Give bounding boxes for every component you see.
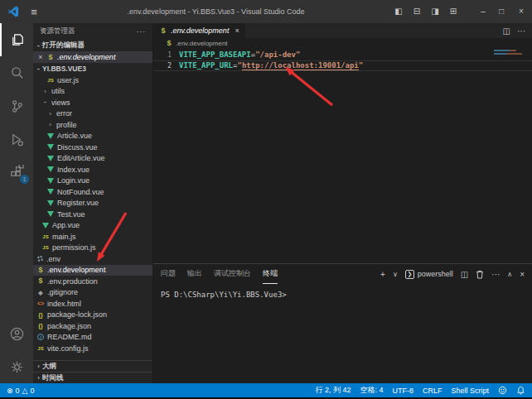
tree-item-Article.vue[interactable]: Article.vue [33, 131, 152, 142]
problems-status[interactable]: ⊗ 0 △ 0 [7, 387, 35, 395]
close-tab-icon[interactable]: × [235, 26, 239, 35]
panel-more-actions-icon[interactable]: ··· [491, 270, 500, 279]
panel-tab-终端[interactable]: 终端 [263, 264, 278, 284]
code-editor[interactable]: 1VITE_APP_BASEAPI="/api-dev"2VITE_APP_UR… [153, 48, 532, 263]
tree-item-profile[interactable]: ›profile [33, 119, 152, 131]
run-debug-icon[interactable] [0, 123, 33, 156]
encoding-status[interactable]: UTF-8 [392, 387, 414, 395]
tree-item-user.js[interactable]: JSuser.js [33, 75, 152, 86]
tree-item-label: Article.vue [57, 132, 92, 140]
menu-icon[interactable]: ≡ [26, 6, 42, 18]
tree-item-label: Index.vue [57, 166, 89, 174]
panel-tab-输出[interactable]: 输出 [187, 264, 202, 284]
tree-item-permission.js[interactable]: JSpermission.js [33, 243, 152, 254]
tree-item-.gitignore[interactable]: ◆.gitignore [33, 287, 152, 299]
errors-icon: ⊗ [7, 387, 13, 395]
toggle-secondary-sidebar-icon[interactable]: ◨ [426, 0, 444, 23]
tree-item-utils[interactable]: ›utils [33, 86, 152, 98]
tree-item-views[interactable]: ›views [33, 97, 152, 108]
minimize-button[interactable]: – [474, 0, 492, 23]
toggle-panel-icon[interactable]: ⊟ [408, 0, 426, 23]
tree-item-label: README.md [47, 333, 92, 341]
tab-env-development[interactable]: $ .env.development × [153, 23, 245, 38]
open-editors-section[interactable]: › 打开的编辑器 [33, 40, 152, 51]
source-control-icon[interactable] [0, 89, 33, 123]
tree-item-vite.config.js[interactable]: JSvite.config.js [33, 343, 152, 354]
tree-item-Index.vue[interactable]: Index.vue [33, 164, 152, 175]
eol-status[interactable]: CRLF [423, 387, 443, 395]
dollar-file-icon: $ [36, 277, 45, 285]
open-editors-label: 打开的编辑器 [42, 41, 85, 50]
tree-item-.env[interactable]: .env [33, 253, 152, 265]
quote: " [296, 50, 300, 59]
notifications-bell-icon[interactable] [516, 386, 525, 395]
tab-label: .env.development [171, 26, 229, 35]
tree-item-Discuss.vue[interactable]: Discuss.vue [33, 142, 152, 153]
kill-terminal-icon[interactable] [476, 270, 484, 279]
indentation-status[interactable]: 空格: 4 [360, 385, 383, 396]
outline-section[interactable]: › 大纲 [33, 360, 152, 372]
maximize-button[interactable]: □ [492, 0, 510, 23]
timeline-section[interactable]: › 时间线 [33, 372, 152, 383]
vue-file-icon [47, 156, 54, 161]
terminal-profile[interactable]: ❯ powershell [405, 270, 453, 279]
new-terminal-icon[interactable]: + [380, 270, 385, 279]
code-line-1[interactable]: 1VITE_APP_BASEAPI="/api-dev" [153, 49, 532, 60]
tree-item-package-lock.json[interactable]: {}package-lock.json [33, 310, 152, 321]
project-root-folder[interactable]: › YI.BBS.VUE3 [33, 63, 152, 75]
close-panel-icon[interactable]: × [520, 270, 525, 279]
warnings-icon: △ [22, 387, 28, 395]
tree-item-Login.vue[interactable]: Login.vue [33, 175, 152, 187]
tree-item-.env.development[interactable]: $.env.development [33, 265, 152, 276]
toggle-sidebar-icon[interactable]: ◧ [389, 0, 408, 23]
account-icon[interactable] [0, 317, 33, 350]
js-file-icon: JS [41, 234, 50, 239]
search-icon[interactable] [0, 56, 33, 89]
shell-file-icon: $ [46, 54, 55, 61]
editor-more-actions-icon[interactable]: ··· [517, 26, 525, 36]
close-editor-icon[interactable]: × [36, 53, 45, 61]
chevron-right-icon: › [46, 110, 54, 118]
tree-item-main.js[interactable]: JSmain.js [33, 231, 152, 243]
tree-item-index.html[interactable]: <>index.html [33, 298, 152, 310]
cursor-position[interactable]: 行 2, 列 42 [315, 385, 351, 396]
customize-layout-icon[interactable]: ⊞ [444, 0, 462, 23]
settings-gear-icon[interactable] [0, 350, 33, 383]
vue-file-icon [47, 211, 54, 217]
tree-item-label: profile [56, 121, 77, 129]
tree-item-NotFound.vue[interactable]: NotFound.vue [33, 186, 152, 198]
tree-item-Test.vue[interactable]: Test.vue [33, 209, 152, 220]
feedback-smiley-icon[interactable] [498, 386, 507, 395]
tree-item-package.json[interactable]: {}package.json [33, 320, 152, 332]
sidebar-more-actions-icon[interactable]: ··· [137, 27, 147, 36]
project-label: YI.BBS.VUE3 [42, 65, 86, 73]
split-editor-icon[interactable]: ◫ [503, 26, 510, 36]
shell-file-icon: $ [165, 40, 173, 47]
breadcrumb[interactable]: $ .env.development [153, 38, 532, 48]
tree-item-label: error [56, 109, 72, 118]
extensions-icon[interactable]: 1 [0, 156, 33, 189]
split-terminal-icon[interactable]: ◫ [461, 270, 468, 279]
minimap[interactable] [494, 50, 522, 55]
terminal-output[interactable]: PS D:\CSharp\Yi\Yi.BBS.Vue3> [153, 284, 532, 383]
language-mode[interactable]: Shell Script [451, 387, 489, 395]
tree-item-EditArticle.vue[interactable]: EditArticle.vue [33, 153, 152, 165]
vue-file-icon [47, 178, 54, 184]
vue-file-icon [47, 189, 54, 195]
js-file-icon: JS [46, 78, 55, 83]
close-window-button[interactable]: × [510, 0, 532, 23]
tree-item-error[interactable]: ›error [33, 108, 152, 120]
explorer-icon[interactable] [0, 23, 33, 56]
open-editor-item[interactable]: × $ .env.development [33, 51, 152, 63]
tree-item-App.vue[interactable]: App.vue [33, 220, 152, 232]
line-number: 2 [153, 61, 172, 70]
tree-item-Register.vue[interactable]: Register.vue [33, 198, 152, 209]
terminal-dropdown-icon[interactable]: ∨ [393, 271, 398, 278]
panel-tab-问题[interactable]: 问题 [161, 264, 176, 284]
tree-item-README.md[interactable]: iREADME.md [33, 332, 152, 344]
code-line-2[interactable]: 2VITE_APP_URL="http://localhost:19001/ap… [153, 60, 532, 72]
panel-tab-调试控制台[interactable]: 调试控制台 [214, 264, 251, 284]
tree-item-.env.production[interactable]: $.env.production [33, 276, 152, 287]
chevron-down-icon: › [35, 65, 42, 73]
maximize-panel-icon[interactable]: ∧ [507, 271, 512, 278]
